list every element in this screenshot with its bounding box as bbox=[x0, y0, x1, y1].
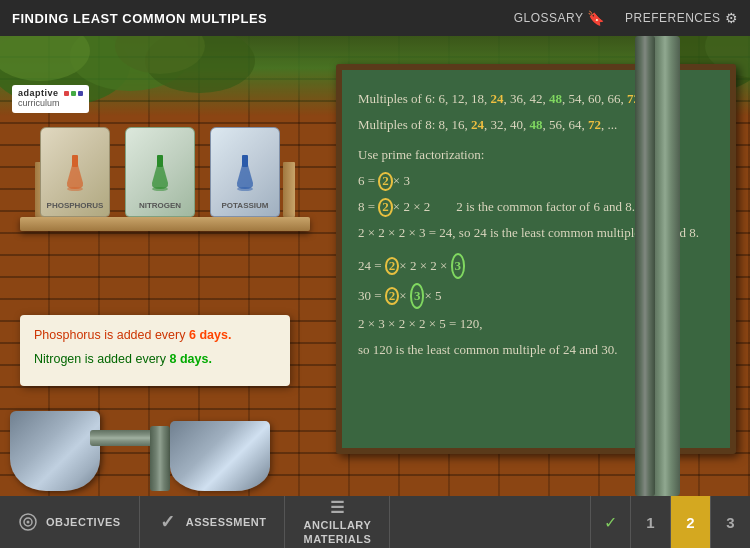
nitrogen-days: 8 days. bbox=[170, 352, 212, 366]
canister-nitrogen-label: NITROGEN bbox=[139, 201, 181, 210]
info-panel: Phosphorus is added every 6 days. Nitrog… bbox=[20, 315, 290, 386]
gear-icon: ⚙ bbox=[725, 10, 739, 26]
logo: adaptive curriculum bbox=[12, 82, 89, 113]
nav-numbers: ✓ 1 2 3 bbox=[590, 496, 750, 548]
flask-potassium-icon bbox=[231, 153, 259, 193]
ancillary-icon: ☰ bbox=[327, 498, 347, 517]
bottom-bar: OBJECTIVES ✓ ASSESSMENT ☰ ANCILLARYMATER… bbox=[0, 496, 750, 548]
top-bar-right: GLOSSARY 🔖 PREFERENCES ⚙ bbox=[514, 10, 738, 26]
shelf: PHOSPHORUS NITROGEN POTASS bbox=[30, 101, 300, 231]
phosphorus-info: Phosphorus is added every 6 days. bbox=[34, 327, 276, 345]
glossary-label: GLOSSARY bbox=[514, 11, 584, 25]
objectives-icon bbox=[18, 512, 38, 532]
tab-assessment-label: ASSESSMENT bbox=[186, 516, 267, 528]
tab-assessment[interactable]: ✓ ASSESSMENT bbox=[140, 496, 286, 548]
canister-phosphorus: PHOSPHORUS bbox=[40, 127, 110, 217]
nitrogen-info-text: Nitrogen is added every bbox=[34, 352, 170, 366]
tab-ancillary-label: ANCILLARYMATERIALS bbox=[303, 519, 371, 545]
nav-page-3[interactable]: 3 bbox=[710, 496, 750, 548]
tab-objectives-label: OBJECTIVES bbox=[46, 516, 121, 528]
pipe-decoration-2 bbox=[635, 36, 655, 496]
tab-ancillary[interactable]: ☰ ANCILLARYMATERIALS bbox=[285, 496, 390, 548]
svg-point-10 bbox=[152, 187, 168, 191]
tab-objectives[interactable]: OBJECTIVES bbox=[0, 496, 140, 548]
main-area: adaptive curriculum PHOSPHORUS bbox=[0, 36, 750, 496]
nav-check-icon: ✓ bbox=[590, 496, 630, 548]
phosphorus-info-text: Phosphorus is added every bbox=[34, 328, 189, 342]
nav-page-1[interactable]: 1 bbox=[630, 496, 670, 548]
glossary-button[interactable]: GLOSSARY 🔖 bbox=[514, 10, 605, 26]
canister-potassium: POTASSIUM bbox=[210, 127, 280, 217]
canister-potassium-label: POTASSIUM bbox=[222, 201, 269, 210]
shelf-plank bbox=[20, 217, 310, 231]
assessment-icon: ✓ bbox=[158, 512, 178, 532]
top-bar: FINDING LEAST COMMON MULTIPLES GLOSSARY … bbox=[0, 0, 750, 36]
phosphorus-days: 6 days. bbox=[189, 328, 231, 342]
svg-point-12 bbox=[237, 187, 253, 191]
preferences-label: PREFERENCES bbox=[625, 11, 721, 25]
page-title: FINDING LEAST COMMON MULTIPLES bbox=[12, 11, 267, 26]
logo-dots bbox=[64, 91, 83, 96]
preferences-button[interactable]: PREFERENCES ⚙ bbox=[625, 10, 738, 26]
nitrogen-info: Nitrogen is added every 8 days. bbox=[34, 351, 276, 369]
bottom-tanks bbox=[0, 386, 320, 496]
logo-text-curriculum: curriculum bbox=[18, 99, 83, 109]
flask-nitrogen-icon bbox=[146, 153, 174, 193]
canister-phosphorus-label: PHOSPHORUS bbox=[47, 201, 104, 210]
nav-page-2[interactable]: 2 bbox=[670, 496, 710, 548]
svg-point-15 bbox=[27, 521, 30, 524]
canister-nitrogen: NITROGEN bbox=[125, 127, 195, 217]
flask-phosphorus-icon bbox=[61, 153, 89, 193]
glossary-icon: 🔖 bbox=[587, 10, 605, 26]
shelf-support-right bbox=[283, 162, 295, 217]
svg-point-8 bbox=[67, 187, 83, 191]
